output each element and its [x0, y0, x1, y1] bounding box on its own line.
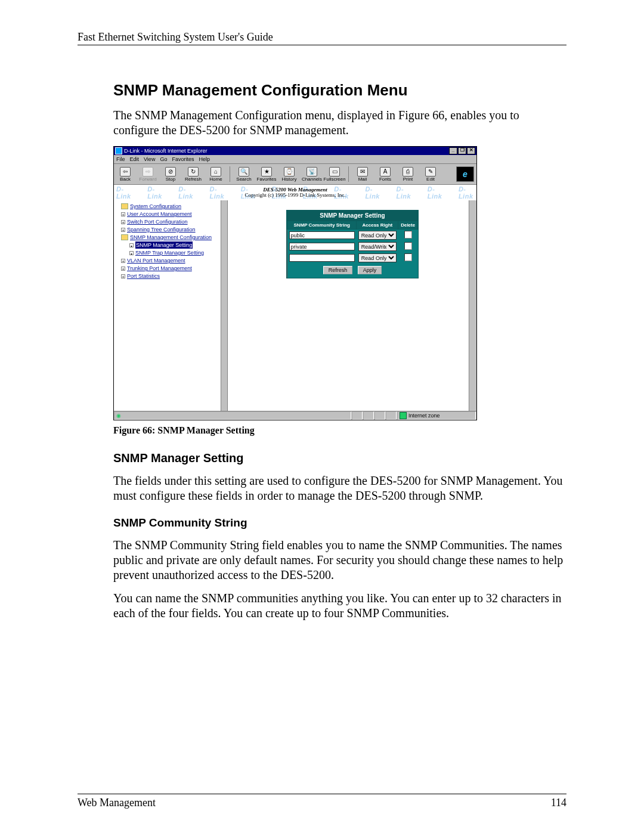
stop-icon: ⊘	[165, 167, 176, 176]
tb-stop-label: Stop	[166, 176, 175, 182]
window-close-button[interactable]: ✕	[467, 147, 475, 154]
subheading-snmp-manager-setting: SNMP Manager Setting	[113, 451, 566, 465]
tb-fonts-label: Fonts	[379, 176, 391, 182]
snmp-row: Read/Write	[287, 241, 418, 252]
menu-edit[interactable]: Edit	[130, 156, 140, 162]
tree-snmp-manager-setting[interactable]: •SNMP Manager Setting	[115, 241, 226, 249]
status-pane	[363, 411, 374, 420]
refresh-button[interactable]: Refresh	[323, 266, 353, 274]
status-pane	[374, 411, 385, 420]
tb-search[interactable]: 🔍Search	[235, 167, 253, 182]
ie-logo: e	[456, 166, 474, 182]
zone-label: Internet zone	[408, 413, 440, 419]
product-banner: D-Link D-Link D-Link D-Link D-Link D-Lin…	[114, 185, 476, 201]
watermark: D-Link	[397, 185, 414, 200]
edit-icon: ✎	[425, 167, 436, 176]
tb-favorites-label: Favorites	[257, 176, 277, 182]
tb-mail[interactable]: ✉Mail	[354, 167, 371, 182]
delete-checkbox[interactable]	[404, 231, 412, 239]
plus-icon[interactable]: +	[121, 228, 125, 232]
community-string-input[interactable]	[289, 231, 355, 239]
menu-go[interactable]: Go	[160, 156, 167, 162]
menu-view[interactable]: View	[144, 156, 155, 162]
tree-spanning-tree-configuration[interactable]: +Spanning Tree Configuration	[115, 226, 226, 233]
tb-channels[interactable]: 📡Channels	[303, 167, 321, 182]
tree-switch-port-configuration[interactable]: +Switch Port Configuration	[115, 218, 226, 225]
toolbar-separator	[230, 166, 230, 182]
tree-snmp-management-configuration[interactable]: SNMP Management Configuration	[115, 234, 226, 241]
footer-section: Web Management	[78, 797, 156, 809]
tb-refresh-label: Refresh	[185, 176, 202, 182]
page-header: Fast Ethernet Switching System User's Gu…	[78, 31, 566, 45]
menu-file[interactable]: File	[116, 156, 125, 162]
menu-favorites[interactable]: Favorites	[172, 156, 194, 162]
tb-search-label: Search	[236, 176, 251, 182]
snmp-row: Read Only	[287, 230, 418, 241]
forward-icon: ⇨	[143, 167, 153, 176]
dot-icon: •	[129, 251, 134, 255]
col-community-string: SNMP Community String	[287, 221, 357, 230]
intro-paragraph: The SNMP Management Configuration menu, …	[113, 108, 566, 138]
delete-checkbox[interactable]	[404, 242, 412, 250]
delete-checkbox[interactable]	[404, 253, 412, 261]
tree-snmp-trap-manager-setting[interactable]: •SNMP Trap Manager Setting	[115, 249, 226, 256]
plus-icon[interactable]: +	[121, 267, 125, 271]
community-string-input[interactable]	[289, 254, 355, 262]
tb-back[interactable]: ⇦Back	[116, 167, 134, 182]
tb-mail-label: Mail	[358, 176, 367, 182]
tb-fullscreen[interactable]: ▭Fullscreen	[326, 167, 343, 182]
window-title: D-Link - Microsoft Internet Explorer	[124, 148, 208, 154]
tb-forward[interactable]: ⇨Forward	[139, 167, 157, 182]
nav-tree-pane[interactable]: System Configuration +User Account Manag…	[114, 200, 228, 411]
toolbar: ⇦Back ⇨Forward ⊘Stop ↻Refresh ⌂Home 🔍Sea…	[114, 164, 476, 185]
ie-status-icon: ◉	[116, 413, 121, 419]
window-minimize-button[interactable]: _	[449, 147, 457, 154]
tb-refresh[interactable]: ↻Refresh	[184, 167, 202, 182]
fonts-icon: A	[380, 167, 391, 176]
menu-help[interactable]: Help	[199, 156, 210, 162]
access-right-select[interactable]: Read/Write	[358, 242, 397, 251]
tb-print[interactable]: ⎙Print	[399, 167, 417, 182]
watermark: D-Link	[428, 185, 445, 200]
tb-history[interactable]: ⌚History	[280, 167, 298, 182]
section-title: SNMP Management Configuration Menu	[113, 81, 566, 100]
apply-button[interactable]: Apply	[358, 266, 382, 274]
tb-home[interactable]: ⌂Home	[207, 167, 225, 182]
status-bar: ◉ Internet zone	[114, 411, 476, 420]
paragraph: You can name the SNMP communities anythi…	[113, 591, 566, 621]
scrollbar[interactable]	[469, 200, 476, 411]
access-right-select[interactable]: Read Only	[358, 253, 397, 262]
window-titlebar: D-Link - Microsoft Internet Explorer _ ❐…	[114, 147, 476, 155]
tree-port-statistics[interactable]: +Port Statistics	[115, 272, 226, 280]
refresh-icon: ↻	[188, 167, 199, 176]
plus-icon[interactable]: +	[121, 220, 125, 224]
tree-system-configuration[interactable]: System Configuration	[115, 203, 226, 210]
page-footer: Web Management 114	[78, 794, 566, 809]
tree-vlan-port-management[interactable]: +VLAN Port Management	[115, 257, 226, 264]
tree-user-account-management[interactable]: +User Account Management	[115, 210, 226, 218]
tb-fonts[interactable]: AFonts	[376, 167, 394, 182]
plus-icon[interactable]: +	[121, 259, 125, 263]
community-string-input[interactable]	[289, 243, 355, 250]
col-access-right: Access Right	[357, 221, 398, 230]
folder-icon	[121, 203, 128, 209]
tb-home-label: Home	[209, 176, 222, 182]
panel-title: SNMP Manager Setting	[287, 210, 418, 221]
page-number: 114	[551, 797, 566, 809]
tb-stop[interactable]: ⊘Stop	[162, 167, 179, 182]
tb-favorites[interactable]: ★Favorites	[258, 167, 275, 182]
figure-screenshot: D-Link - Microsoft Internet Explorer _ ❐…	[113, 146, 477, 420]
col-delete: Delete	[398, 221, 418, 230]
access-right-select[interactable]: Read Only	[358, 231, 397, 240]
status-pane	[352, 411, 363, 420]
zone-icon	[400, 412, 407, 419]
back-icon: ⇦	[120, 167, 131, 176]
ie-app-icon	[115, 147, 122, 154]
tb-editdoc[interactable]: ✎Edit	[422, 167, 439, 182]
window-maximize-button[interactable]: ❐	[458, 147, 466, 154]
plus-icon[interactable]: +	[121, 212, 125, 216]
snmp-row: Read Only	[287, 252, 418, 264]
tree-trunking-port-management[interactable]: +Trunking Port Management	[115, 265, 226, 272]
plus-icon[interactable]: +	[121, 274, 125, 278]
paragraph: The SNMP Community String field enables …	[113, 538, 566, 583]
